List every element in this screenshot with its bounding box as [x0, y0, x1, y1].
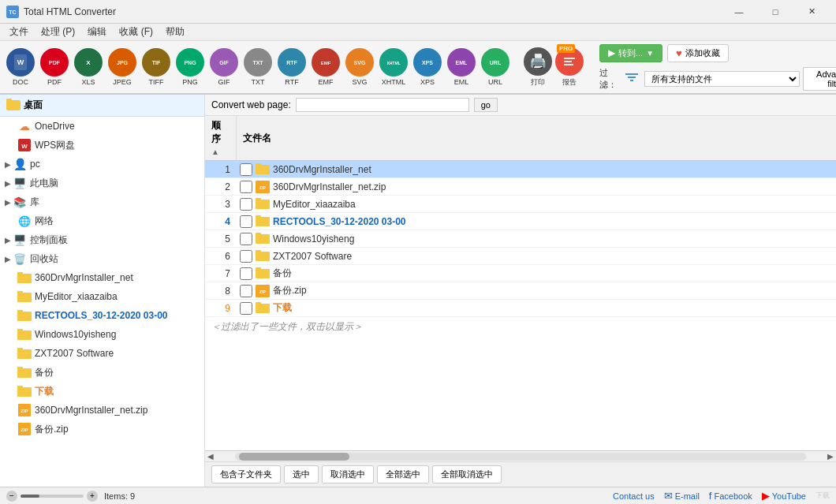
title-bar: TC Total HTML Converter — □ ✕ [0, 0, 836, 24]
youtube-link[interactable]: ▶ YouTube [762, 490, 806, 502]
table-row[interactable]: 2 ZIP 360DrvMgrInstaller_net.zip [205, 178, 836, 196]
menu-process[interactable]: 处理 (P) [35, 24, 81, 40]
desktop-folder-icon [6, 98, 21, 113]
tiff-button[interactable]: TIF TIFF [140, 47, 172, 88]
sidebar-item-zxt[interactable]: ZXT2007 Software [0, 344, 204, 363]
filter-select[interactable]: 所有支持的文件 [644, 71, 800, 87]
include-subfolders-button[interactable]: 包含子文件夹 [211, 465, 281, 483]
table-row[interactable]: 8 ZIP 备份.zip [205, 282, 836, 300]
jpeg-button[interactable]: JPG JPEG [106, 47, 138, 88]
maximize-button[interactable]: □ [757, 0, 793, 24]
row-checkbox[interactable] [240, 250, 252, 263]
convert-web-input[interactable] [296, 98, 469, 112]
sidebar-item-pc[interactable]: ▶ 👤 pc [0, 155, 204, 174]
folder-360-label: 360DrvMgrInstaller_net [35, 272, 133, 283]
url-label: URL [488, 78, 502, 86]
table-row[interactable]: 9 下载 [205, 300, 836, 317]
sidebar-item-win10[interactable]: Windows10yisheng [0, 325, 204, 344]
row-checkbox[interactable] [240, 181, 252, 193]
table-row[interactable]: 1 360DrvMgrInstaller_net [205, 161, 836, 178]
sidebar-item-rectools[interactable]: RECTOOLS_30-12-2020 03-00 [0, 306, 204, 325]
sidebar-item-recycle[interactable]: ▶ 🗑️ 回收站 [0, 249, 204, 268]
xhtml-button[interactable]: XHTML XHTML [378, 47, 409, 88]
computer-label: 此电脑 [30, 177, 58, 190]
facebook-link[interactable]: f Facebook [709, 490, 752, 502]
sidebar-item-lib[interactable]: ▶ 📚 库 [0, 192, 204, 211]
advanced-filter-button[interactable]: Advanced filter [803, 67, 836, 91]
svg-text:W: W [21, 143, 28, 150]
sidebar-item-control-panel[interactable]: ▶ 🖥️ 控制面板 [0, 230, 204, 249]
xps-button[interactable]: XPS XPS [412, 47, 443, 88]
folder-win10-label: Windows10yisheng [35, 329, 116, 340]
table-row[interactable]: 3 MyEditor_xiaazaiba [205, 196, 836, 213]
svg-text:RTF: RTF [286, 60, 297, 65]
sidebar-item-wps[interactable]: W WPS网盘 [0, 136, 204, 155]
file-name: 360DrvMgrInstaller_net [273, 164, 836, 175]
sidebar-item-download[interactable]: 下载 [0, 382, 204, 401]
sidebar-item-backup[interactable]: 备份 [0, 363, 204, 382]
row-checkbox[interactable] [240, 233, 252, 245]
report-button[interactable]: PRO 报告 [555, 46, 584, 89]
eml-button[interactable]: EML EML [446, 47, 477, 88]
menu-file[interactable]: 文件 [3, 24, 35, 40]
convert-go-button[interactable]: go [474, 98, 498, 112]
pdf-button[interactable]: PDF PDF [39, 47, 70, 88]
png-button[interactable]: PNG PNG [174, 47, 206, 88]
sidebar-item-zip360[interactable]: ZIP 360DrvMgrInstaller_net.zip [0, 401, 204, 420]
contact-us-link[interactable]: Contact us [613, 491, 655, 501]
sidebar-item-myeditor[interactable]: MyEditor_xiaazaiba [0, 287, 204, 306]
scroll-right-button[interactable]: ▶ [825, 451, 836, 462]
table-row[interactable]: 6 ZXT2007 Software [205, 248, 836, 265]
zoom-plus-button[interactable]: + [87, 491, 98, 502]
sidebar-item-onedrive[interactable]: ☁ OneDrive [0, 117, 204, 136]
table-row[interactable]: 7 备份 [205, 265, 836, 282]
select-button[interactable]: 选中 [284, 465, 319, 483]
file-name: 下载 [273, 301, 836, 315]
menu-edit[interactable]: 编辑 [81, 24, 113, 40]
sidebar-item-backup-zip[interactable]: ZIP 备份.zip [0, 420, 204, 439]
url-button[interactable]: URL URL [480, 47, 511, 88]
row-checkbox[interactable] [240, 198, 252, 211]
minimize-button[interactable]: — [721, 0, 757, 24]
close-button[interactable]: ✕ [793, 0, 830, 24]
items-label: Items: [104, 491, 128, 501]
col-name[interactable]: 文件名 [237, 116, 836, 160]
row-checkbox[interactable] [240, 163, 252, 176]
doc-button[interactable]: W DOC [5, 47, 36, 88]
add-favorite-button[interactable]: ♥ 添加收藏 [667, 44, 729, 62]
xls-button[interactable]: X XLS [73, 47, 104, 88]
gif-button[interactable]: GIF GIF [208, 47, 240, 88]
svg-text:TXT: TXT [252, 60, 263, 65]
select-all-button[interactable]: 全部选中 [377, 465, 429, 483]
deselect-button[interactable]: 取消选中 [322, 465, 374, 483]
col-num[interactable]: 顺序 ▲ [205, 116, 237, 160]
menu-favorites[interactable]: 收藏 (F) [113, 24, 159, 40]
filter-notice[interactable]: ＜过滤出了一些文件，双击以显示＞ [205, 317, 836, 337]
zip-360-icon: ZIP [17, 403, 32, 417]
row-checkbox[interactable] [240, 285, 252, 297]
zoom-slider[interactable] [21, 495, 84, 498]
sidebar-item-network[interactable]: 🌐 网络 [0, 211, 204, 230]
sidebar-item-360drv[interactable]: 360DrvMgrInstaller_net [0, 268, 204, 287]
print-button[interactable]: 🖨️ 打印 [524, 46, 552, 89]
emf-button[interactable]: EMF EMF [310, 47, 341, 88]
recycle-icon: 🗑️ [13, 252, 27, 266]
scrollbar-thumb[interactable] [239, 453, 349, 461]
convert-to-button[interactable]: ▶ 转到... ▼ [599, 44, 662, 62]
sidebar-item-computer[interactable]: ▶ 🖥️ 此电脑 [0, 174, 204, 192]
horizontal-scrollbar[interactable] [235, 453, 806, 461]
row-checkbox[interactable] [240, 215, 252, 228]
table-row[interactable]: 4 RECTOOLS_30-12-2020 03-00 [205, 213, 836, 230]
scroll-left-button[interactable]: ◀ [205, 451, 216, 462]
svg-rect-69 [256, 215, 261, 218]
svg-button[interactable]: SVG SVG [344, 47, 375, 88]
zoom-minus-button[interactable]: − [6, 491, 17, 502]
table-row[interactable]: 5 Windows10yisheng [205, 230, 836, 248]
email-link[interactable]: ✉ E-mail [664, 490, 700, 502]
row-checkbox[interactable] [240, 302, 252, 315]
row-checkbox[interactable] [240, 267, 252, 280]
menu-help[interactable]: 帮助 [159, 24, 191, 40]
rtf-button[interactable]: RTF RTF [276, 47, 308, 88]
deselect-all-button[interactable]: 全部取消选中 [432, 465, 502, 483]
txt-button[interactable]: TXT TXT [242, 47, 274, 88]
